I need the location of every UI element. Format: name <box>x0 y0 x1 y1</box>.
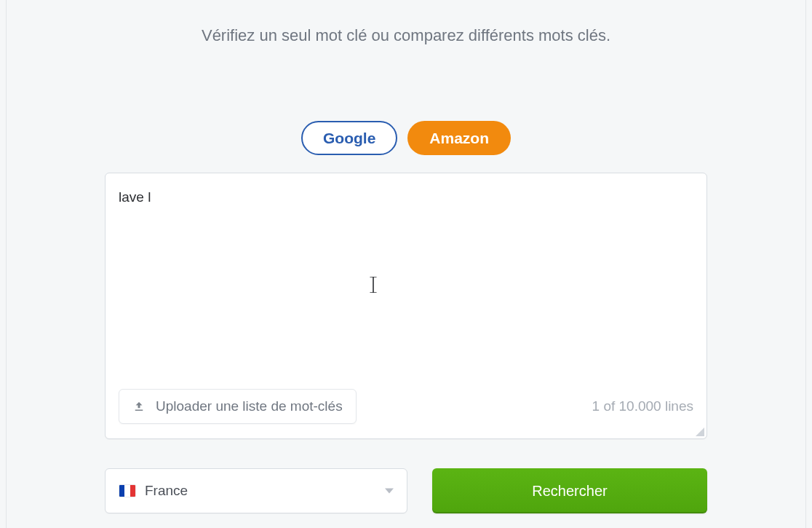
flag-france-icon <box>119 484 136 497</box>
action-row: France Rechercher <box>105 468 707 513</box>
tab-amazon[interactable]: Amazon <box>407 121 511 155</box>
keyword-input-card: Uploader une liste de mot-clés 1 of 10.0… <box>105 173 707 439</box>
header-instruction: Vérifiez un seul mot clé ou comparez dif… <box>7 0 805 45</box>
search-button[interactable]: Rechercher <box>432 468 707 513</box>
source-tabs: Google Amazon <box>7 121 805 155</box>
country-selected-label: France <box>145 483 188 499</box>
country-select[interactable]: France <box>105 468 407 513</box>
upload-label: Uploader une liste de mot-clés <box>156 398 343 414</box>
tab-google[interactable]: Google <box>301 121 397 155</box>
upload-button[interactable]: Uploader une liste de mot-clés <box>119 389 357 424</box>
chevron-down-icon <box>385 489 394 494</box>
upload-icon <box>132 400 146 413</box>
